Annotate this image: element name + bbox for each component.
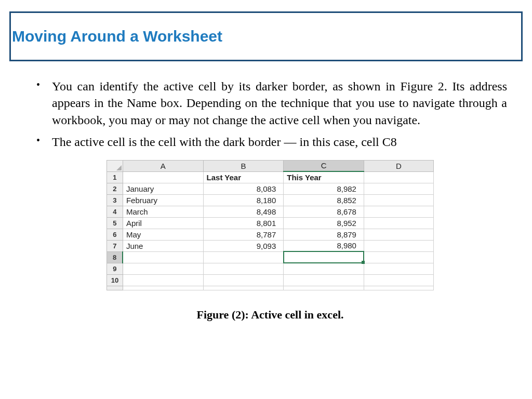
cell[interactable]: 8,982 xyxy=(284,183,364,194)
cell[interactable] xyxy=(123,274,203,286)
cell[interactable] xyxy=(203,263,284,274)
cell[interactable]: April xyxy=(123,217,203,229)
select-all-corner[interactable] xyxy=(107,160,123,171)
cell[interactable] xyxy=(123,263,203,274)
active-cell[interactable] xyxy=(284,251,364,263)
row-header[interactable]: 4 xyxy=(107,206,123,217)
row-header[interactable]: 3 xyxy=(107,194,123,206)
column-header[interactable]: A xyxy=(123,160,203,171)
cell[interactable]: 8,180 xyxy=(203,194,284,206)
cell[interactable] xyxy=(203,286,284,290)
title-box: Moving Around a Worksheet xyxy=(9,11,523,61)
cell[interactable]: 8,787 xyxy=(203,229,284,240)
bullet-item: The active cell is the cell with the dar… xyxy=(33,134,507,150)
cell[interactable] xyxy=(364,183,433,194)
row-header[interactable] xyxy=(107,286,123,290)
row-header[interactable]: 6 xyxy=(107,229,123,240)
row-header[interactable]: 8 xyxy=(107,251,123,263)
cell[interactable]: 8,879 xyxy=(284,229,364,240)
column-header[interactable]: C xyxy=(284,160,364,171)
cell[interactable] xyxy=(203,274,284,286)
cell[interactable] xyxy=(123,251,203,263)
cell[interactable] xyxy=(364,240,433,251)
content-area: You can identify the active cell by its … xyxy=(33,78,507,322)
cell[interactable]: Last Year xyxy=(203,171,284,183)
column-header[interactable]: D xyxy=(364,160,433,171)
cell[interactable]: 9,093 xyxy=(203,240,284,251)
bullet-list: You can identify the active cell by its … xyxy=(33,78,507,151)
cell[interactable] xyxy=(364,194,433,206)
cell[interactable] xyxy=(284,286,364,290)
row-header[interactable]: 9 xyxy=(107,263,123,274)
cell[interactable] xyxy=(364,206,433,217)
row-header[interactable]: 2 xyxy=(107,183,123,194)
cell[interactable]: 8,498 xyxy=(203,206,284,217)
cell[interactable]: 8,980 xyxy=(284,240,364,251)
excel-figure: ABCD1Last YearThis Year2January8,0838,98… xyxy=(107,160,434,290)
cell[interactable] xyxy=(364,274,433,286)
row-header[interactable]: 1 xyxy=(107,171,123,183)
cell[interactable] xyxy=(203,251,284,263)
cell[interactable]: May xyxy=(123,229,203,240)
cell[interactable] xyxy=(364,171,433,183)
cell[interactable] xyxy=(123,171,203,183)
cell[interactable]: January xyxy=(123,183,203,194)
cell[interactable] xyxy=(364,263,433,274)
cell[interactable] xyxy=(364,286,433,290)
cell[interactable]: February xyxy=(123,194,203,206)
cell[interactable]: 8,852 xyxy=(284,194,364,206)
cell[interactable] xyxy=(284,274,364,286)
page-title: Moving Around a Worksheet xyxy=(11,28,521,45)
cell[interactable] xyxy=(364,251,433,263)
bullet-item: You can identify the active cell by its … xyxy=(33,78,507,128)
row-header[interactable]: 10 xyxy=(107,274,123,286)
cell[interactable]: This Year xyxy=(284,171,364,183)
cell[interactable] xyxy=(284,263,364,274)
cell[interactable]: June xyxy=(123,240,203,251)
cell[interactable] xyxy=(364,229,433,240)
cell[interactable]: March xyxy=(123,206,203,217)
cell[interactable]: 8,801 xyxy=(203,217,284,229)
cell[interactable]: 8,952 xyxy=(284,217,364,229)
cell[interactable] xyxy=(123,286,203,290)
figure-caption: Figure (2): Active cell in excel. xyxy=(33,308,507,322)
cell[interactable]: 8,678 xyxy=(284,206,364,217)
cell[interactable] xyxy=(364,217,433,229)
excel-grid: ABCD1Last YearThis Year2January8,0838,98… xyxy=(107,160,434,290)
row-header[interactable]: 5 xyxy=(107,217,123,229)
cell[interactable]: 8,083 xyxy=(203,183,284,194)
row-header[interactable]: 7 xyxy=(107,240,123,251)
column-header[interactable]: B xyxy=(203,160,284,171)
